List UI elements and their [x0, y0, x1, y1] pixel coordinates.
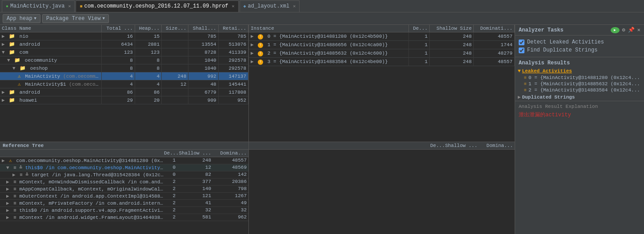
gear-icon[interactable]: ⚙	[622, 27, 625, 33]
expand-icon[interactable]: ▼	[12, 66, 16, 71]
col-class-name: Class Name	[0, 25, 102, 32]
ref-name: ▶ ≡ mAppCompatCallback, mContext, mOrigi…	[0, 186, 164, 192]
package-icon: 📁	[14, 58, 20, 63]
leaked-item-2[interactable]: ≡ 2 = {MainActivity@314883584 (0x12c4...	[515, 87, 644, 93]
app-heap-btn[interactable]: App heap ▼	[3, 14, 40, 23]
expand-icon[interactable]: ▼	[7, 58, 10, 63]
tab-close-ad-layout[interactable]: ✕	[293, 4, 296, 9]
expand-icon[interactable]: ▶	[6, 201, 9, 206]
package-tree-btn[interactable]: Package Tree View ▼	[42, 14, 109, 23]
ref-de: 0	[164, 172, 177, 177]
tab-close-main-activity[interactable]: ✕	[68, 4, 71, 9]
expand-icon[interactable]: ▶	[6, 208, 9, 213]
package-icon: 📁	[9, 34, 15, 39]
ref-shallow: 82	[177, 172, 213, 177]
tab-close-hprof[interactable]: ✕	[232, 4, 235, 9]
close-icon[interactable]: ✕	[637, 27, 640, 33]
list-icon: ≡	[524, 88, 527, 93]
table-row[interactable]: ▶ 📁 huawei 29 20 909 952	[0, 96, 248, 104]
instance-row[interactable]: ▶ ! 0 = {MainActivity@314881280 (0x12c4b…	[249, 32, 515, 41]
shallow-cell: 992	[188, 72, 218, 80]
table-row[interactable]: ▼ 📁 oeshop 8 8 1040 292578	[0, 64, 248, 72]
instance-row[interactable]: ▶ ! 2 = {MainActivity@314885632 (0x12c4c…	[249, 49, 515, 58]
middle-bottom-empty: De... Shallow ... Domina...	[249, 142, 515, 234]
total-cell: 29	[102, 96, 135, 104]
dom-cell: 48557	[474, 58, 515, 66]
instance-row[interactable]: ▶ ! 1 = {MainActivity@314886656 (0x12c4c…	[249, 41, 515, 49]
table-row[interactable]: ▶ 📁 nio 16 15 785 785	[0, 32, 248, 40]
expand-icon[interactable]: ▼	[518, 68, 521, 74]
ref-de: 2	[164, 179, 177, 184]
table-row[interactable]: ⚠ MainActivity (com.oecommuni... 4 4 248…	[0, 72, 248, 80]
leaked-item-1[interactable]: ≡ 1 = {MainActivity@314885632 (0x12c4...	[515, 81, 644, 87]
ref-tree-row[interactable]: ▶ ≡ mOuterContext /in android.app.Contex…	[0, 193, 248, 200]
tab-ad-layout[interactable]: ◆ ad_layout.xml ✕	[240, 0, 300, 12]
retain-cell: 292578	[218, 56, 248, 64]
left-panel: Class Name Total ... Heap... Size... Sha…	[0, 25, 249, 234]
ref-name: ▶ ≡ ≛ target /in java.lang.Thread@315428…	[0, 172, 164, 178]
detect-leaked-input[interactable]	[519, 40, 524, 45]
expand-icon[interactable]: ▶	[251, 59, 254, 64]
class-table-body: ▶ 📁 nio 16 15 785 785 ▶	[0, 32, 248, 104]
shallow-cell: 248	[430, 58, 474, 66]
ref-tree-row[interactable]: ▶ ⚠ com.oecommunity.oeshop.MainActivity@…	[0, 157, 248, 164]
expand-icon[interactable]: ▶	[12, 172, 16, 178]
ref-tree-row[interactable]: ▶ ≡ mContext, mOnWindowDismissedCallback…	[0, 178, 248, 186]
ref-shallow: 12	[177, 165, 213, 170]
expand-icon[interactable]: ▶	[2, 34, 5, 39]
expand-icon[interactable]: ▶	[518, 94, 521, 100]
shallow-cell: 248	[430, 32, 474, 41]
expand-icon[interactable]: ▶	[2, 98, 5, 103]
shallow-cell: 13554	[188, 40, 218, 48]
ref-tree-row[interactable]: ▶ ≡ mContext /in android.widget.FrameLay…	[0, 214, 248, 221]
instance-cell: ▶ ! 0 = {MainActivity@314881280 (0x12c4b…	[249, 32, 408, 41]
pin-icon[interactable]: 📌	[628, 27, 635, 33]
heap-cell: 4	[135, 80, 161, 88]
ref-de: 2	[164, 200, 177, 206]
expand-icon[interactable]: ▶	[251, 51, 254, 56]
expand-icon[interactable]: ▶	[6, 186, 9, 192]
expand-icon[interactable]: ▶	[2, 42, 5, 47]
run-button[interactable]: ▶	[611, 27, 620, 33]
ref-tree-row[interactable]: ▶ ≡ mContext, mPrivateFactory /in com.an…	[0, 200, 248, 207]
find-duplicate-input[interactable]	[519, 48, 524, 53]
class-name-cell: ⚠ MainActivity (com.oecommuni...	[0, 72, 102, 80]
detect-leaked-checkbox[interactable]: Detect Leaked Activities	[519, 38, 640, 46]
expand-icon[interactable]: ▶	[251, 42, 254, 48]
table-row[interactable]: ⚠ MainActivity$1 (com.oecomm... 4 4 12 4…	[0, 80, 248, 88]
de-cell: 1	[408, 58, 429, 66]
tab-main-activity[interactable]: ● MainActivity.java ✕	[2, 0, 75, 12]
leaked-activities-label: Leaked Activities	[522, 68, 572, 74]
expand-icon[interactable]: ▶	[2, 158, 5, 163]
table-row[interactable]: ▼ 📁 com 123 123 8728 411339	[0, 48, 248, 56]
total-cell: 123	[102, 48, 135, 56]
expand-icon[interactable]: ▼	[2, 50, 5, 55]
duplicated-strings-header[interactable]: ▶ Duplicated Strings	[515, 93, 644, 101]
heap-cell: 86	[135, 88, 161, 96]
leaked-item-0[interactable]: ≡ 0 = {MainActivity@314881280 (0x12c4...	[515, 75, 644, 81]
ref-tree-row[interactable]: ▶ ≡ ≛ target /in java.lang.Thread@315428…	[0, 171, 248, 178]
expand-icon[interactable]: ▶	[6, 179, 9, 185]
tab-hprof[interactable]: ■ com.oecommunity.oeshop_2016.12.07_11.0…	[76, 0, 238, 12]
leaked-activities-header[interactable]: ▼ Leaked Activities	[515, 67, 644, 75]
table-row[interactable]: ▶ 📁 android 6434 2881 13554 513076	[0, 40, 248, 48]
ref-tree-row[interactable]: ▶ ≡ mAppCompatCallback, mContext, mOrigi…	[0, 186, 248, 193]
expand-icon[interactable]: ▶	[2, 90, 5, 95]
table-row[interactable]: ▼ 📁 oecommunity 8 8 1040 292578	[0, 56, 248, 64]
ref-tree-row[interactable]: ▼ ≡ ≛ this$0 /in com.oecommunity.oeshop.…	[0, 164, 248, 171]
find-duplicate-checkbox[interactable]: Find Duplicate Strings	[519, 46, 640, 54]
ref-tree-row[interactable]: ▶ ≡ this$0 /in android.support.v4.app.Fr…	[0, 207, 248, 214]
table-row[interactable]: ▶ 📁 android 86 86 6779 117808	[0, 88, 248, 96]
expand-icon[interactable]: ▶	[6, 215, 9, 220]
col-shallow-empty: Shallow ...	[444, 143, 479, 148]
shallow-cell: 48	[188, 80, 218, 88]
ref-de: 2	[164, 207, 177, 213]
shallow-cell: 248	[430, 49, 474, 58]
size-cell	[162, 56, 188, 64]
retain-cell: 952	[218, 96, 248, 104]
ref-name: ▶ ≡ mOuterContext /in android.app.Contex…	[0, 193, 164, 199]
instance-row[interactable]: ▶ ! 3 = {MainActivity@314883584 (0x12c4b…	[249, 58, 515, 66]
expand-icon[interactable]: ▶	[251, 34, 254, 39]
expand-icon[interactable]: ▼	[6, 165, 9, 171]
expand-icon[interactable]: ▶	[6, 194, 9, 199]
